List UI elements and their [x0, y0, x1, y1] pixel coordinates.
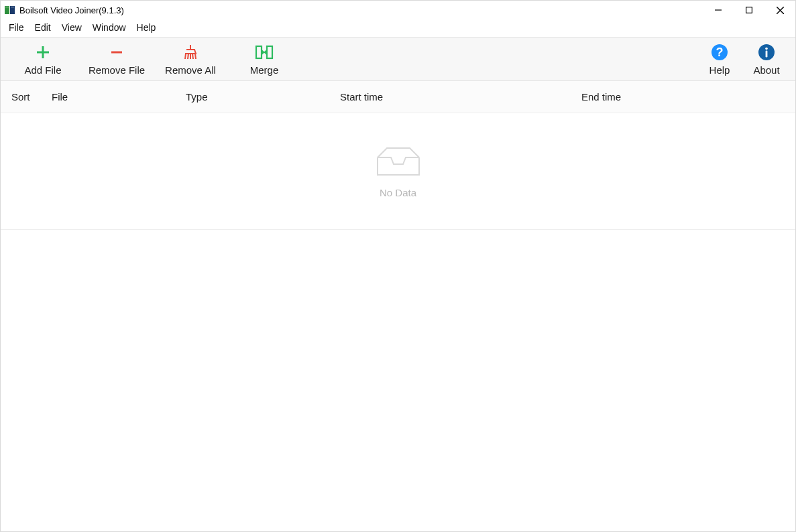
minus-icon	[109, 43, 125, 62]
column-header-type[interactable]: Type	[186, 91, 340, 103]
broom-icon	[182, 43, 199, 62]
window-controls	[703, 1, 795, 19]
help-label: Help	[709, 64, 730, 76]
svg-rect-17	[256, 46, 262, 58]
column-header-start[interactable]: Start time	[340, 91, 581, 103]
app-title: Boilsoft Video Joiner(9.1.3)	[19, 5, 124, 15]
svg-rect-3	[11, 7, 14, 7]
svg-rect-5	[746, 7, 752, 13]
close-button[interactable]	[764, 1, 795, 19]
remove-file-button[interactable]: Remove File	[80, 40, 154, 78]
svg-rect-18	[267, 46, 272, 58]
svg-point-23	[765, 47, 768, 50]
menu-window[interactable]: Window	[87, 21, 131, 34]
empty-state-label: No Data	[380, 187, 416, 198]
file-table-body[interactable]: No Data	[1, 113, 795, 230]
svg-line-16	[195, 54, 196, 59]
app-icon	[5, 5, 15, 15]
toolbar: Add File Remove File	[1, 37, 795, 81]
remove-file-label: Remove File	[89, 64, 145, 76]
menu-edit[interactable]: Edit	[30, 21, 56, 34]
svg-line-15	[192, 54, 193, 59]
empty-state: No Data	[375, 145, 422, 198]
help-icon: ?	[711, 43, 728, 62]
svg-line-12	[185, 54, 186, 59]
minimize-button[interactable]	[703, 1, 734, 19]
menu-help[interactable]: Help	[131, 21, 162, 34]
add-file-button[interactable]: Add File	[6, 40, 80, 78]
maximize-button[interactable]	[734, 1, 764, 19]
merge-label: Merge	[250, 64, 279, 76]
merge-icon	[255, 43, 274, 62]
merge-button[interactable]: Merge	[227, 40, 301, 78]
inbox-icon	[375, 145, 422, 178]
remove-all-label: Remove All	[165, 64, 216, 76]
about-button[interactable]: About	[743, 40, 790, 78]
column-header-file[interactable]: File	[52, 91, 186, 103]
svg-text:?: ?	[716, 46, 724, 59]
plus-icon	[35, 43, 51, 62]
file-table-header: Sort File Type Start time End time	[1, 81, 795, 113]
column-header-sort[interactable]: Sort	[11, 91, 52, 103]
info-icon	[758, 43, 775, 62]
about-label: About	[753, 64, 779, 76]
menubar: File Edit View Window Help	[1, 19, 795, 37]
lower-panel	[1, 230, 795, 531]
help-button[interactable]: ? Help	[696, 40, 743, 78]
menu-file[interactable]: File	[3, 21, 30, 34]
add-file-label: Add File	[24, 64, 61, 76]
svg-rect-24	[766, 50, 768, 57]
menu-view[interactable]: View	[56, 21, 87, 34]
remove-all-button[interactable]: Remove All	[154, 40, 227, 78]
titlebar: Boilsoft Video Joiner(9.1.3)	[1, 1, 795, 19]
svg-rect-2	[5, 7, 9, 7]
column-header-end[interactable]: End time	[581, 91, 785, 103]
svg-line-13	[188, 54, 188, 59]
